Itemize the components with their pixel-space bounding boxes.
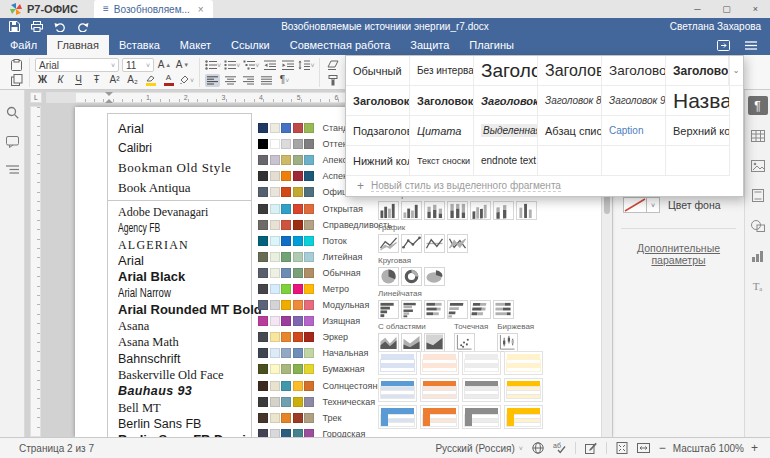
menu-tab-Ссылки[interactable]: Ссылки — [221, 35, 280, 55]
undo-icon[interactable] — [54, 22, 66, 32]
bold-button[interactable]: Ж — [35, 74, 50, 87]
style-cell[interactable]: Заголовок 8 — [538, 86, 602, 116]
style-cell[interactable]: Заголовок 2 — [538, 56, 602, 86]
advanced-settings-link[interactable]: Дополнительные параметры — [623, 242, 734, 266]
view-settings-icon[interactable] — [745, 41, 757, 50]
menu-tab-Защита[interactable]: Защита — [400, 35, 459, 55]
numbered-list-button[interactable]: ˅ — [224, 59, 240, 72]
minimize-button[interactable]: ─ — [683, 0, 712, 18]
line-spacing-button[interactable]: ˅ — [298, 59, 314, 72]
text-art-settings-icon[interactable]: Тₐ — [748, 276, 768, 295]
zoom-out-button[interactable]: − — [659, 442, 666, 454]
redo-icon[interactable] — [77, 22, 89, 32]
close-button[interactable]: × — [741, 0, 770, 18]
style-cell[interactable]: Верхний колонтитул — [666, 116, 730, 146]
fit-width-icon[interactable] — [637, 443, 650, 453]
style-cell[interactable]: Заголовок 4 — [666, 56, 730, 86]
background-color-picker[interactable]: ˅ — [623, 197, 660, 213]
style-cell[interactable]: Цитата — [410, 116, 474, 146]
save-icon[interactable] — [9, 21, 20, 32]
style-cell[interactable]: Заголовок 9 — [602, 86, 666, 116]
align-justify-button[interactable] — [259, 74, 274, 87]
chevron-down-icon[interactable]: ˅ — [646, 198, 659, 212]
decrease-indent-button[interactable] — [262, 59, 277, 72]
strikethrough-button[interactable]: Ŧ — [89, 74, 104, 87]
page-indicator[interactable]: Страница 2 из 7 — [19, 443, 94, 454]
clear-style-icon[interactable] — [325, 59, 340, 72]
style-cell[interactable]: endnote text — [474, 146, 538, 176]
style-cell[interactable]: Абзац списка — [538, 116, 602, 146]
shading-button[interactable]: ˅ — [179, 74, 194, 87]
print-icon[interactable] — [31, 21, 43, 32]
style-cell[interactable]: Название — [666, 86, 730, 116]
shrink-font-button[interactable]: А▼ — [175, 59, 190, 72]
table-settings-icon[interactable] — [748, 126, 768, 145]
font-name-combo[interactable]: Arial ˅ — [35, 58, 119, 72]
image-settings-icon[interactable] — [748, 156, 768, 175]
font-size-combo[interactable]: 11 ˅ — [122, 58, 154, 72]
align-center-button[interactable] — [223, 74, 238, 87]
shape-settings-icon[interactable] — [748, 216, 768, 235]
superscript-button[interactable]: А² — [107, 74, 122, 87]
increase-indent-button[interactable] — [280, 59, 295, 72]
bullet-list-button[interactable]: ˅ — [205, 59, 221, 72]
track-changes-icon[interactable] — [585, 442, 597, 454]
zoom-level-label[interactable]: Масштаб 100% — [673, 443, 744, 454]
new-style-row[interactable]: + Новый стиль из выделенного фрагмента — [346, 176, 743, 196]
no-fill-swatch[interactable] — [624, 198, 646, 212]
align-left-button[interactable] — [205, 74, 220, 87]
user-name[interactable]: Светлана Захарова — [670, 21, 770, 32]
vertical-ruler[interactable] — [30, 106, 41, 437]
style-cell[interactable]: Нижний колонтитул — [346, 146, 410, 176]
style-cell[interactable]: Заголовок 3 — [602, 56, 666, 86]
maximize-button[interactable]: ▢ — [712, 0, 741, 18]
language-selector[interactable]: Русский (Россия) ˅ — [435, 443, 522, 454]
style-cell[interactable]: Без интервала — [410, 56, 474, 86]
style-cell[interactable]: Выделенная цитата — [474, 116, 538, 146]
zoom-in-button[interactable]: + — [751, 442, 758, 454]
menu-tab-Макет[interactable]: Макет — [170, 35, 221, 55]
menu-tab-Вставка[interactable]: Вставка — [109, 35, 170, 55]
paste-icon[interactable] — [9, 59, 24, 72]
header-footer-settings-icon[interactable] — [748, 186, 768, 205]
style-cell[interactable]: Заголовок 1 — [474, 56, 538, 86]
chart-settings-icon[interactable] — [748, 246, 768, 265]
style-cell[interactable]: Caption — [602, 116, 666, 146]
tab-menu-icon[interactable]: ≡ — [103, 4, 109, 14]
italic-button[interactable]: К — [53, 74, 68, 87]
paragraph-settings-icon[interactable]: ¶ — [748, 96, 768, 115]
underline-button[interactable]: Ч — [71, 74, 86, 87]
font-color-button[interactable]: А — [161, 74, 176, 87]
first-line-indent-marker[interactable] — [105, 92, 113, 96]
gallery-expand-icon[interactable]: ⌄ — [728, 56, 743, 86]
style-cell[interactable]: Подзаголовок — [346, 116, 410, 146]
fit-page-icon[interactable] — [616, 442, 628, 454]
subscript-button[interactable]: А₂ — [125, 74, 140, 87]
multilevel-list-button[interactable]: ˅ — [243, 59, 259, 72]
tab-close-icon[interactable]: × — [198, 4, 204, 15]
copy-icon[interactable] — [9, 74, 24, 87]
globe-icon[interactable] — [532, 442, 544, 454]
menu-tab-Главная[interactable]: Главная — [47, 35, 109, 55]
search-icon[interactable] — [6, 106, 19, 119]
style-cell[interactable]: Текст сноски — [410, 146, 474, 176]
open-file-location-icon[interactable] — [717, 40, 730, 51]
document-tab[interactable]: ≡ Возобновляем... × — [94, 0, 213, 18]
grow-font-button[interactable]: А▲ — [157, 59, 172, 72]
spellcheck-icon[interactable]: аб — [553, 442, 566, 454]
menu-tab-Совместная работа[interactable]: Совместная работа — [280, 35, 401, 55]
menu-tab-Плагины[interactable]: Плагины — [459, 35, 524, 55]
navigation-headings-icon[interactable] — [6, 165, 19, 175]
tab-selector-box[interactable]: L — [30, 92, 42, 103]
copy-style-icon[interactable] — [325, 74, 340, 87]
align-right-button[interactable] — [241, 74, 256, 87]
style-cell[interactable]: Заголовок 7 — [474, 86, 538, 116]
style-cell[interactable]: Обычный — [346, 56, 410, 86]
left-indent-marker[interactable] — [105, 99, 113, 103]
menu-tab-Файл[interactable]: Файл — [0, 35, 47, 55]
nonprinting-chars-button[interactable]: ¶˅ — [277, 74, 292, 87]
style-cell[interactable]: Заголовок 5 — [346, 86, 410, 116]
comments-icon[interactable] — [6, 136, 19, 148]
highlight-color-button[interactable] — [143, 74, 158, 87]
style-cell[interactable]: Заголовок 6 — [410, 86, 474, 116]
